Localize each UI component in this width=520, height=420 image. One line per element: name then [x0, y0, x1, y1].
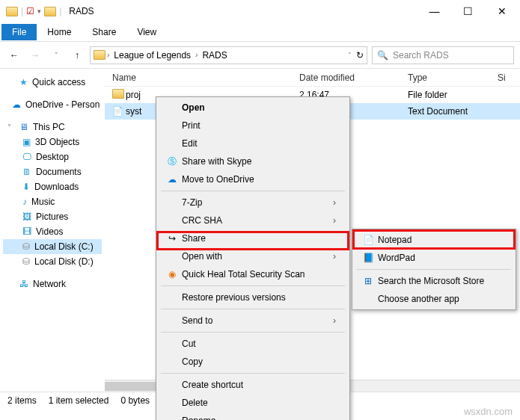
ctx-send-to[interactable]: Send to›	[158, 312, 348, 330]
nav-label: Music	[31, 197, 55, 207]
ctx-7zip[interactable]: 7-Zip›	[158, 194, 348, 211]
nav-local-disk-c[interactable]: ⛁Local Disk (C:)	[3, 239, 102, 254]
videos-icon: 🎞	[22, 226, 31, 237]
col-name[interactable]: Name	[112, 72, 299, 83]
music-icon: ♪	[22, 197, 27, 207]
shield-icon: ◉	[164, 269, 180, 280]
status-selected: 1 item selected	[49, 395, 109, 406]
tab-view[interactable]: View	[126, 24, 167, 40]
chevron-right-icon: ›	[333, 215, 342, 226]
nav-this-pc[interactable]: ˅🖥This PC	[3, 120, 102, 135]
ctx-open[interactable]: Open	[158, 99, 348, 117]
sub-another[interactable]: Choose another app	[354, 290, 514, 308]
refresh-button[interactable]: ↻	[356, 50, 364, 61]
cube-icon: ▣	[22, 137, 31, 147]
separator	[161, 373, 345, 374]
wordpad-icon: 📘	[360, 253, 376, 263]
col-size[interactable]: Si	[498, 72, 520, 83]
ctx-print[interactable]: Print	[158, 117, 348, 135]
search-input[interactable]: 🔍 Search RADS	[372, 46, 514, 64]
nav-local-disk-d[interactable]: ⛁Local Disk (D:)	[3, 254, 102, 269]
nav-3d-objects[interactable]: ▣3D Objects	[3, 135, 102, 149]
nav-network[interactable]: 🖧Network	[3, 277, 102, 291]
up-button[interactable]: ↑	[69, 47, 85, 64]
nav-music[interactable]: ♪Music	[3, 194, 102, 209]
nav-label: Pictures	[36, 211, 68, 222]
col-type[interactable]: Type	[408, 72, 498, 83]
nav-label: Network	[33, 279, 66, 289]
nav-videos[interactable]: 🎞Videos	[3, 224, 102, 239]
ctx-share[interactable]: ↪Share	[158, 229, 348, 247]
crumb-league[interactable]: League of Legends	[111, 50, 194, 61]
nav-label: Downloads	[34, 182, 79, 192]
qat-dropdown-icon[interactable]: ▾	[37, 7, 41, 15]
chevron-right-icon: ›	[107, 51, 109, 59]
ctx-onedrive[interactable]: ☁Move to OneDrive	[158, 170, 348, 188]
star-icon: ★	[19, 77, 28, 87]
checkbox-icon[interactable]: ☑	[26, 6, 34, 16]
address-dropdown-icon[interactable]: ˅	[348, 52, 352, 59]
nav-downloads[interactable]: ⬇Downloads	[3, 179, 102, 194]
ctx-copy[interactable]: Copy	[158, 353, 348, 371]
nav-pictures[interactable]: 🖼Pictures	[3, 209, 102, 224]
maximize-button[interactable]: ☐	[451, 1, 485, 22]
downloads-icon: ⬇	[22, 182, 30, 192]
ctx-cut[interactable]: Cut	[158, 335, 348, 353]
ctx-restore[interactable]: Restore previous versions	[158, 288, 348, 306]
address-bar[interactable]: › League of Legends › RADS ˅ ↻	[90, 46, 367, 64]
nav-desktop[interactable]: 🖵Desktop	[3, 149, 102, 164]
qat-sep: |	[21, 6, 23, 16]
column-headers: Name Date modified Type Si	[105, 69, 520, 87]
crumb-rads[interactable]: RADS	[199, 50, 230, 61]
txt-icon: 📄	[112, 106, 126, 117]
titlebar: | ☑ ▾ | RADS — ☐ ✕	[0, 0, 520, 22]
sub-store[interactable]: ⊞Search the Microsoft Store	[354, 272, 514, 290]
status-bytes: 0 bytes	[120, 395, 150, 406]
network-icon: 🖧	[19, 279, 28, 289]
context-menu: Open Print Edit ⓈShare with Skype ☁Move …	[156, 96, 350, 420]
sub-wordpad[interactable]: 📘WordPad	[354, 249, 514, 267]
watermark: wsxdn.com	[464, 406, 513, 417]
ctx-rename[interactable]: Rename	[158, 412, 348, 420]
tab-file[interactable]: File	[1, 24, 37, 40]
recent-dropdown-icon[interactable]: ˅	[48, 47, 64, 64]
close-button[interactable]: ✕	[485, 1, 519, 22]
search-placeholder: Search RADS	[393, 50, 449, 61]
ctx-shortcut[interactable]: Create shortcut	[158, 376, 348, 394]
nav-documents[interactable]: 🗎Documents	[3, 164, 102, 179]
nav-pane: ★Quick access ☁OneDrive - Person ˅🖥This …	[0, 69, 105, 392]
open-with-submenu: 📄Notepad 📘WordPad ⊞Search the Microsoft …	[352, 229, 516, 310]
separator	[161, 285, 345, 286]
nav-label: This PC	[33, 122, 65, 132]
file-type: File folder	[408, 90, 498, 100]
forward-button[interactable]: →	[27, 47, 43, 64]
tab-share[interactable]: Share	[82, 24, 126, 40]
sub-notepad[interactable]: 📄Notepad	[354, 231, 514, 249]
drive-icon: ⛁	[22, 256, 30, 267]
nav-label: OneDrive - Person	[25, 99, 100, 110]
share-icon: ↪	[164, 233, 180, 244]
ctx-quickheal[interactable]: ◉Quick Heal Total Security Scan	[158, 265, 348, 283]
cloud-icon: ☁	[164, 174, 180, 185]
chevron-right-icon: ›	[333, 197, 342, 208]
ctx-open-with[interactable]: Open with›	[158, 247, 348, 265]
status-items: 2 items	[7, 395, 37, 406]
ctx-delete[interactable]: Delete	[158, 394, 348, 412]
folder-icon	[112, 89, 126, 101]
desktop-icon: 🖵	[22, 152, 31, 162]
back-button[interactable]: ←	[6, 47, 22, 64]
nav-quick-access[interactable]: ★Quick access	[3, 75, 102, 90]
tab-home[interactable]: Home	[37, 24, 82, 40]
ctx-skype[interactable]: ⓈShare with Skype	[158, 152, 348, 170]
ctx-edit[interactable]: Edit	[158, 135, 348, 152]
nav-onedrive[interactable]: ☁OneDrive - Person	[3, 97, 102, 112]
documents-icon: 🗎	[22, 167, 31, 177]
chevron-right-icon: ›	[195, 51, 198, 59]
separator	[161, 332, 345, 333]
minimize-button[interactable]: —	[417, 1, 451, 22]
nav-label: Local Disk (C:)	[34, 241, 94, 252]
separator	[161, 191, 345, 191]
ctx-crc-sha[interactable]: CRC SHA›	[158, 211, 348, 229]
separator	[357, 269, 511, 270]
col-date[interactable]: Date modified	[299, 72, 408, 83]
